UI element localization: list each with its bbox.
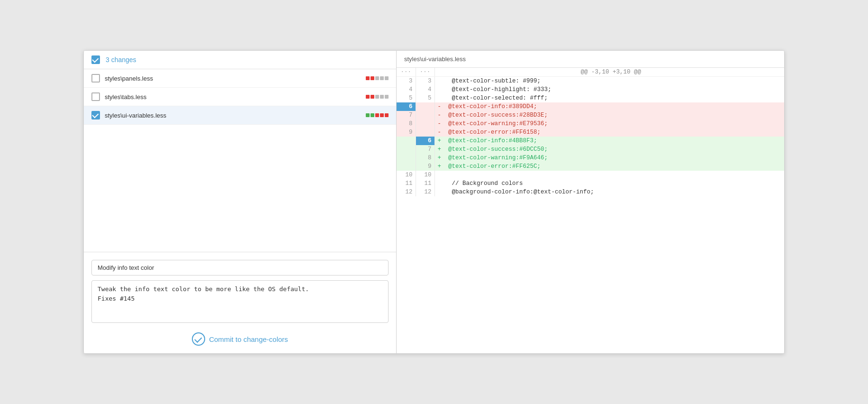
line-content-4: @text-color-highlight: #333; — [434, 85, 784, 94]
hunk-separator: ··· ··· @@ -3,10 +3,10 @@ — [397, 68, 784, 77]
diff-dot-red — [385, 113, 389, 117]
diff-dot-red — [375, 113, 379, 117]
diff-line-5: 5 5 @text-color-selected: #fff; — [397, 94, 784, 102]
commit-button-row: Commit to change-colors — [91, 332, 389, 346]
line-num-old-9: 9 — [397, 128, 416, 137]
line-num-new-10: 10 — [416, 171, 434, 179]
diff-dot-green — [366, 113, 370, 117]
diff-line-3: 3 3 @text-color-subtle: #999; — [397, 77, 784, 86]
line-content-9-added: + @text-color-error:#FF625C; — [434, 162, 784, 171]
diff-dot-gray — [385, 76, 389, 80]
line-num-old-7-empty — [397, 145, 416, 154]
diff-indicators-tabs — [366, 95, 389, 99]
file-checkbox-tabs[interactable] — [91, 92, 100, 101]
diff-dot-green — [371, 113, 374, 117]
line-content-7-removed: - @text-color-success:#28BD3E; — [434, 111, 784, 119]
left-panel: 3 changes styles\panels.less styles\tabs… — [84, 51, 397, 353]
diff-line-10: 10 10 — [397, 171, 784, 179]
file-checkbox-panels[interactable] — [91, 74, 100, 83]
line-num-new-3: 3 — [416, 77, 434, 86]
line-content-10 — [434, 171, 784, 179]
line-num-new-5: 5 — [416, 94, 434, 102]
dots-old: ··· — [397, 68, 416, 77]
line-num-old-7: 7 — [397, 111, 416, 119]
diff-line-7-added: 7 + @text-color-success:#6DCC50; — [397, 145, 784, 154]
commit-section: Tweak the info text color to be more lik… — [84, 252, 396, 353]
line-content-6-added: + @text-color-info:#4BB8F3; — [434, 137, 784, 145]
file-checkbox-ui-variables[interactable] — [91, 111, 100, 119]
diff-line-8-added: 8 + @text-color-warning:#F9A646; — [397, 154, 784, 162]
diff-dot-red — [366, 76, 370, 80]
file-item-tabs[interactable]: styles\tabs.less — [84, 88, 396, 106]
line-num-old-8: 8 — [397, 119, 416, 128]
line-content-11: // Background colors — [434, 179, 784, 188]
diff-line-7-removed: 7 - @text-color-success:#28BD3E; — [397, 111, 784, 119]
hunk-header: @@ -3,10 +3,10 @@ — [434, 68, 784, 77]
diff-dot-gray — [375, 95, 379, 99]
file-path: styles\ui-variables.less — [404, 55, 466, 63]
line-content-8-added: + @text-color-warning:#F9A646; — [434, 154, 784, 162]
diff-dot-red — [366, 95, 370, 99]
file-name-panels: styles\panels.less — [105, 75, 361, 82]
line-content-6-removed: - @text-color-info:#389DD4; — [434, 102, 784, 111]
main-container: 3 changes styles\panels.less styles\tabs… — [83, 50, 785, 354]
file-name-ui-variables: styles\ui-variables.less — [105, 112, 361, 119]
line-num-new-8-empty — [416, 119, 434, 128]
commit-button[interactable]: Commit to change-colors — [192, 332, 288, 346]
line-num-new-6-empty — [416, 102, 434, 111]
line-num-new-8: 8 — [416, 154, 434, 162]
line-content-7-added: + @text-color-success:#6DCC50; — [434, 145, 784, 154]
line-num-old-6-empty — [397, 137, 416, 145]
line-num-new-9: 9 — [416, 162, 434, 171]
diff-line-11: 11 11 // Background colors — [397, 179, 784, 188]
diff-view[interactable]: ··· ··· @@ -3,10 +3,10 @@ 3 3 @text-colo… — [397, 68, 784, 353]
diff-dot-gray — [385, 95, 389, 99]
line-num-old-9-empty — [397, 162, 416, 171]
line-content-9-removed: - @text-color-error:#FF6158; — [434, 128, 784, 137]
line-num-new-6: 6 — [416, 137, 434, 145]
right-panel: styles\ui-variables.less ··· ··· @@ -3,1… — [397, 51, 784, 353]
changes-count: 3 changes — [106, 56, 136, 64]
file-item-ui-variables[interactable]: styles\ui-variables.less — [84, 106, 396, 125]
line-num-new-9-empty — [416, 128, 434, 137]
diff-table: ··· ··· @@ -3,10 +3,10 @@ 3 3 @text-colo… — [397, 68, 784, 196]
diff-dot-red — [371, 95, 374, 99]
diff-dot-gray — [380, 95, 384, 99]
commit-button-label: Commit to change-colors — [209, 335, 288, 343]
commit-title-input[interactable] — [91, 260, 389, 275]
line-num-new-11: 11 — [416, 179, 434, 188]
line-num-old-5: 5 — [397, 94, 416, 102]
line-num-old-10: 10 — [397, 171, 416, 179]
line-num-old-4: 4 — [397, 85, 416, 94]
diff-line-9-added: 9 + @text-color-error:#FF625C; — [397, 162, 784, 171]
line-num-new-7: 7 — [416, 145, 434, 154]
diff-line-8-removed: 8 - @text-color-warning:#E79536; — [397, 119, 784, 128]
line-content-3: @text-color-subtle: #999; — [434, 77, 784, 86]
diff-dot-red — [380, 113, 384, 117]
line-num-new-4: 4 — [416, 85, 434, 94]
line-num-new-7-empty — [416, 111, 434, 119]
file-name-tabs: styles\tabs.less — [105, 93, 361, 101]
commit-description-input[interactable]: Tweak the info text color to be more lik… — [91, 280, 389, 323]
commit-checkmark-icon — [192, 332, 205, 346]
diff-dot-gray — [380, 76, 384, 80]
diff-dot-red — [371, 76, 374, 80]
dots-new: ··· — [416, 68, 434, 77]
diff-line-4: 4 4 @text-color-highlight: #333; — [397, 85, 784, 94]
diff-line-6-added: 6 + @text-color-info:#4BB8F3; — [397, 137, 784, 145]
diff-line-6-removed: 6 - @text-color-info:#389DD4; — [397, 102, 784, 111]
diff-indicators-panels — [366, 76, 389, 80]
diff-indicators-ui-variables — [366, 113, 389, 117]
line-num-old-6: 6 — [397, 102, 416, 111]
line-content-12: @background-color-info:@text-color-info; — [434, 188, 784, 196]
line-content-5: @text-color-selected: #fff; — [434, 94, 784, 102]
file-item-panels[interactable]: styles\panels.less — [84, 69, 396, 88]
file-path-header: styles\ui-variables.less — [397, 51, 784, 68]
line-num-old-8-empty — [397, 154, 416, 162]
diff-dot-gray — [375, 76, 379, 80]
line-num-old-12: 12 — [397, 188, 416, 196]
line-num-old-3: 3 — [397, 77, 416, 86]
diff-line-12: 12 12 @background-color-info:@text-color… — [397, 188, 784, 196]
select-all-checkbox[interactable] — [91, 55, 100, 64]
file-list: styles\panels.less styles\tabs.less — [84, 69, 396, 252]
